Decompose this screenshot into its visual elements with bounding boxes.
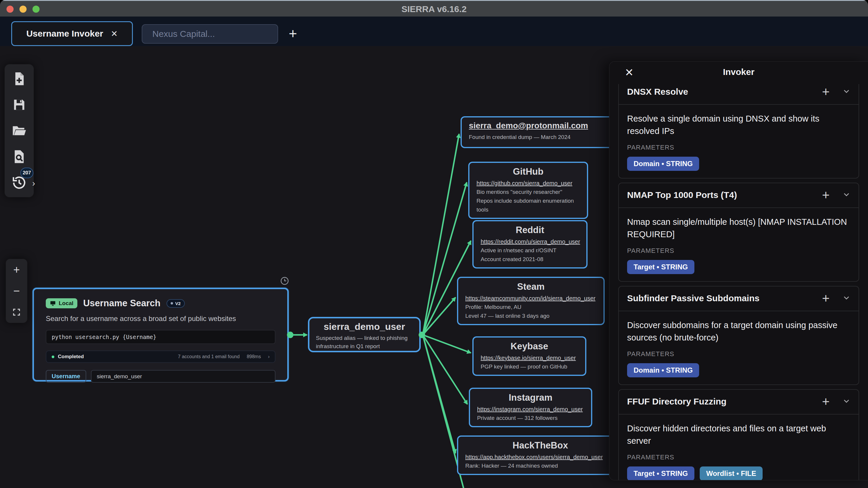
chevron-down-icon[interactable] (843, 191, 850, 199)
expand-chevron-icon[interactable]: › (268, 354, 270, 359)
tool-description: Resolve a single domain using DNSX and s… (627, 112, 850, 137)
result-node-line: Profile: Melbourne, AU (465, 303, 596, 312)
result-node-github[interactable]: GitHub https://github.com/sierra_demo_us… (468, 162, 588, 219)
tool-card-header[interactable]: Subfinder Passive Subdomains + (619, 287, 859, 311)
result-summary: 7 accounts and 1 email found (178, 354, 240, 359)
result-node-url[interactable]: https://keybase.io/sierra_demo_user (480, 354, 578, 362)
search-node-description: Search for a username across a broad set… (46, 315, 275, 323)
tool-card-ffuf-directory-fuzzing: FFUF Directory Fuzzing + Discover hidden… (618, 389, 859, 480)
app-window: Local Username Search V2 Search for a us… (0, 0, 868, 488)
search-document-button[interactable] (10, 148, 29, 165)
history-count-badge: 207 (20, 168, 33, 178)
result-node-url[interactable]: https://reddit.com/u/sierra_demo_user (480, 237, 579, 246)
parameter-badges: Domain • STRING (627, 157, 850, 171)
zoom-out-button[interactable]: − (8, 285, 25, 297)
invoker-panel: ✕ Invoker DNSX Resolve + Resolve a singl… (609, 61, 868, 480)
hub-connector-dot[interactable] (418, 332, 425, 338)
tool-card-header[interactable]: DNSX Resolve + (619, 84, 859, 104)
search-node-title: Username Search (83, 298, 161, 308)
chevron-down-icon[interactable] (843, 397, 850, 406)
result-node-url[interactable]: https://instagram.com/sierra_demo_user (477, 405, 584, 414)
add-tool-icon[interactable]: + (822, 189, 830, 201)
result-node-title: HackTheBox (465, 440, 615, 451)
tool-name: Subfinder Passive Subdomains (627, 293, 822, 303)
result-node-keybase[interactable]: Keybase https://keybase.io/sierra_demo_u… (472, 336, 586, 376)
result-node-title[interactable]: sierra_demo@protonmail.com (469, 121, 618, 130)
window-titlebar[interactable]: SIERRA v6.16.2 (0, 0, 868, 17)
username-param-label: Username (46, 370, 86, 383)
result-node-line: Rank: Hacker — 24 machines owned (465, 461, 615, 470)
status-bar[interactable]: Completed 7 accounts and 1 email found 8… (46, 351, 275, 363)
chevron-down-icon[interactable] (843, 294, 850, 303)
result-node-line: Account created 2021-08 (480, 255, 579, 264)
open-folder-button[interactable] (10, 122, 29, 139)
result-node-url[interactable]: https://steamcommunity.com/id/sierra_dem… (465, 294, 596, 303)
tool-card-header[interactable]: NMAP Top 1000 Ports (T4) + (619, 183, 859, 207)
param-badge-string: Domain • STRING (627, 363, 699, 377)
add-tool-icon[interactable]: + (822, 396, 830, 408)
alias-title: sierra_demo_user (316, 321, 413, 332)
parameters-label: PARAMETERS (627, 144, 850, 151)
file-toolbar: 207 › (5, 64, 34, 197)
result-node-title: Instagram (477, 392, 584, 403)
parameter-row: Username sierra_demo_user (46, 370, 275, 383)
output-connector-dot[interactable] (287, 332, 293, 338)
history-button[interactable]: 207 › (10, 174, 29, 191)
tool-description: Nmap scan single/multiple host(s) [NMAP … (627, 216, 850, 240)
add-tab-button[interactable]: + (289, 25, 297, 42)
tab-strip: Username Invoker ✕ Nexus Capital... + (0, 17, 868, 46)
parameter-badges: Target • STRING (627, 260, 850, 274)
invoker-tool-list: DNSX Resolve + Resolve a single domain u… (609, 84, 868, 480)
tool-description: Discover hidden directories and files on… (627, 422, 850, 447)
save-icon (11, 97, 27, 112)
window-title: SIERRA v6.16.2 (0, 1, 868, 18)
version-dot-icon (170, 302, 173, 304)
status-dot-icon (52, 356, 54, 358)
chevron-down-icon[interactable] (843, 87, 850, 96)
result-node-instagram[interactable]: Instagram https://instagram.com/sierra_d… (469, 388, 592, 427)
local-runtime-badge: Local (46, 298, 78, 308)
save-button[interactable] (10, 96, 29, 113)
result-node-title: Reddit (480, 225, 579, 235)
tab-new-name-input[interactable]: Nexus Capital... (142, 24, 278, 44)
result-node-line: PGP key linked — proof on GitHub (480, 362, 578, 371)
tool-card-header[interactable]: FFUF Directory Fuzzing + (619, 390, 859, 414)
tool-name: DNSX Resolve (627, 87, 822, 97)
version-badge: V2 (166, 299, 185, 308)
result-node-reddit[interactable]: Reddit https://reddit.com/u/sierra_demo_… (472, 220, 588, 268)
param-badge-file: Wordlist • FILE (700, 466, 763, 480)
invoker-title: Invoker (609, 67, 868, 77)
tool-card-body: Discover subdomains for a target domain … (619, 311, 859, 385)
search-document-icon (11, 149, 27, 164)
result-node-hackthebox[interactable]: HackTheBox https://app.hackthebox.com/us… (457, 435, 624, 475)
result-node-email[interactable]: sierra_demo@protonmail.com Found in cred… (461, 116, 626, 148)
tool-card-nmap-top-1000-ports-t4-: NMAP Top 1000 Ports (T4) + Nmap scan sin… (618, 183, 859, 282)
tab-username-invoker[interactable]: Username Invoker ✕ (11, 21, 133, 46)
zoom-in-button[interactable]: + (8, 263, 25, 276)
command-box[interactable]: python usersearch.py {Username} (46, 330, 275, 344)
result-node-line: Private account — 312 followers (477, 414, 584, 423)
add-tool-icon[interactable]: + (822, 292, 830, 304)
alias-node[interactable]: sierra_demo_user Suspected alias — linke… (308, 317, 421, 352)
duration: 898ms (247, 354, 261, 359)
result-node-url[interactable]: https://app.hackthebox.com/users/sierra_… (465, 453, 615, 461)
result-node-title: GitHub (476, 166, 580, 177)
param-badge-string: Domain • STRING (627, 157, 699, 171)
result-node-line: Active in r/netsec and r/OSINT (480, 246, 579, 255)
result-node-steam[interactable]: Steam https://steamcommunity.com/id/sier… (457, 277, 604, 325)
username-search-node[interactable]: Local Username Search V2 Search for a us… (32, 288, 289, 382)
tab-close-icon[interactable]: ✕ (111, 29, 118, 39)
new-file-button[interactable] (10, 70, 29, 87)
open-folder-icon (11, 123, 27, 138)
invoker-header: ✕ Invoker (609, 62, 868, 84)
alias-description: Suspected alias — linked to phishing inf… (316, 334, 413, 351)
result-node-url[interactable]: https://github.com/sierra_demo_user (476, 179, 580, 188)
tab-placeholder: Nexus Capital... (152, 29, 215, 39)
add-tool-icon[interactable]: + (822, 86, 830, 98)
fit-view-button[interactable] (8, 306, 25, 319)
history-expand-chevron[interactable]: › (32, 178, 35, 188)
username-input[interactable]: sierra_demo_user (91, 370, 275, 383)
status-summary: 7 accounts and 1 email found 898ms › (178, 354, 270, 359)
result-node-title: Steam (465, 282, 596, 292)
tool-name: NMAP Top 1000 Ports (T4) (627, 190, 822, 200)
